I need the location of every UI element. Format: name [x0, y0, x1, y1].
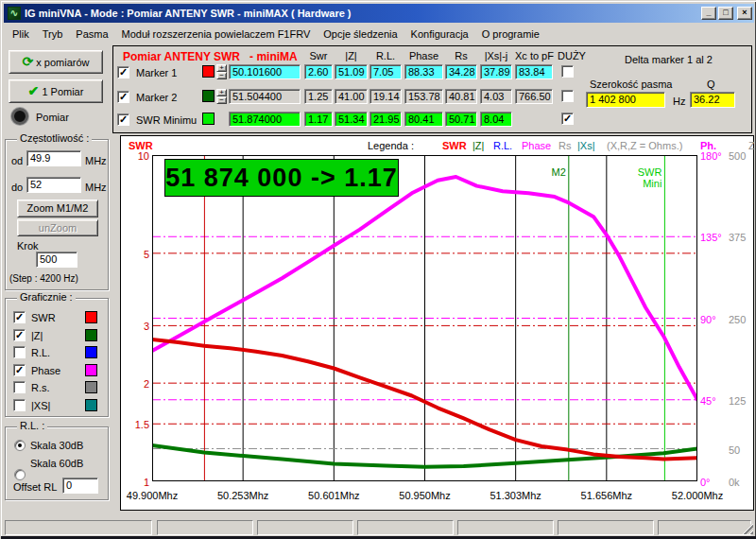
- trace-checkbox-R.s.[interactable]: [13, 381, 26, 393]
- offset-rl-label: Offset RL: [13, 481, 57, 493]
- status-segment-4: [357, 520, 454, 535]
- marker-row-checkbox-1[interactable]: ✓: [117, 66, 129, 78]
- menu-item-4[interactable]: Moduł rozszerzenia powielaczem F1FRV: [115, 26, 318, 42]
- marker-spinner-1[interactable]: +−: [216, 64, 227, 79]
- duzy-checkbox-1[interactable]: [561, 65, 574, 78]
- marker-row-label-1: Marker 1: [136, 67, 177, 78]
- bandwidth-value: 1 402 800: [586, 92, 665, 108]
- status-segment-3: [257, 520, 353, 535]
- spinner-down-icon[interactable]: −: [216, 72, 227, 79]
- rl-group-title: R.L. :: [17, 420, 47, 431]
- marker-row-checkbox-3[interactable]: ✓: [117, 113, 129, 126]
- marker-panel: Pomiar ANTENY SWR - miniMA Swr|Z|R.L.Pha…: [112, 45, 752, 133]
- trace-color-Phase: [85, 364, 97, 376]
- trace-color-|Z|: [85, 329, 97, 341]
- legend-item-7: (X,R,Z = Ohms.): [607, 140, 682, 151]
- column-header-Swr: Swr: [304, 50, 333, 61]
- trace-label-SWR: SWR: [31, 312, 56, 323]
- minimize-button[interactable]: _: [701, 7, 716, 20]
- marker-frequency-3[interactable]: 51.874000: [229, 112, 301, 127]
- marker-value-2-Swr: 1.25: [304, 89, 333, 104]
- marker-row-checkbox-2[interactable]: ✓: [117, 91, 129, 103]
- legend-title: Legenda :: [368, 140, 414, 151]
- measure-title-suffix: - miniMA: [249, 50, 298, 63]
- legend-item-3: R.L.: [493, 140, 512, 151]
- menu-item-2[interactable]: Tryb: [36, 26, 70, 42]
- column-header-|Xs|-j: |Xs|-j: [480, 50, 512, 61]
- close-button[interactable]: ×: [737, 7, 752, 20]
- trace-checkbox-SWR[interactable]: ✓: [13, 311, 26, 323]
- marker-frequency-2[interactable]: 51.504400: [229, 89, 301, 104]
- marker-frequency-1[interactable]: 50.101600: [229, 64, 301, 79]
- marker-value-1-Rs: 34.28: [445, 64, 477, 79]
- multi-measure-button[interactable]: ⟳ x pomiarów: [9, 50, 103, 74]
- freq-to-input[interactable]: 52: [26, 177, 81, 193]
- marker-value-2-Phase: 153.78: [404, 89, 443, 104]
- trace-checkbox-|XS|[interactable]: [13, 399, 26, 411]
- zoom-m1-m2-button[interactable]: Zoom M1/M2: [17, 200, 98, 217]
- z-tick-50: 50: [729, 444, 740, 456]
- app-icon: ∿: [8, 7, 21, 20]
- trace-label-|XS|: |XS|: [31, 400, 50, 411]
- rl-scale-label-2: Skala 60dB: [30, 458, 83, 469]
- step-input[interactable]: 500: [36, 252, 77, 268]
- menu-item-3[interactable]: Pasma: [69, 26, 114, 42]
- menu-bar: PlikTrybPasmaModuł rozszerzenia powielac…: [4, 24, 754, 43]
- x-tick-3: 50.601Mhz: [299, 490, 369, 501]
- column-header-Phase: Phase: [404, 50, 443, 61]
- freq-from-input[interactable]: 49.9: [26, 150, 81, 166]
- frequency-group-title: Częstotliwość :: [17, 132, 92, 144]
- phase-tick-180°: 180°: [700, 150, 722, 162]
- rl-scale-radio-1[interactable]: [14, 440, 26, 451]
- phase-tick-135°: 135°: [700, 232, 722, 243]
- step-info: (Step : 4200 Hz): [9, 273, 78, 284]
- spinner-down-icon[interactable]: −: [216, 96, 227, 104]
- z-tick-125: 125: [729, 395, 746, 407]
- marker-color-1: [202, 65, 215, 78]
- x-tick-4: 50.950Mhz: [390, 490, 460, 501]
- rl-scale-label-1: Skala 30dB: [30, 440, 83, 451]
- status-segment-1: [5, 520, 152, 535]
- legend-item-6: |Xs|: [577, 140, 595, 151]
- z-tick-0k: 0k: [729, 477, 740, 488]
- trace-color-R.s.: [85, 381, 97, 393]
- offset-rl-input[interactable]: 0: [62, 478, 98, 494]
- title-bar[interactable]: ∿ IG miniVNA - Mode : Pomiar ANTENY SWR …: [4, 4, 754, 23]
- duzy-checkbox-2[interactable]: [561, 90, 574, 102]
- check-icon: ✔: [28, 83, 40, 98]
- legend-item-2: |Z|: [472, 140, 484, 151]
- z-tick-500: 500: [729, 150, 746, 162]
- rl-scale-radio-2[interactable]: [14, 469, 26, 480]
- marker-spinner-2[interactable]: +−: [216, 89, 227, 104]
- marker-value-3-|Xs|-j: 8.04: [480, 112, 512, 127]
- menu-item-7[interactable]: O programie: [475, 26, 546, 42]
- menu-item-6[interactable]: Konfiguracja: [404, 26, 475, 42]
- trace-checkbox-R.L.[interactable]: [13, 346, 26, 358]
- trace-label-R.L.: R.L.: [31, 347, 50, 358]
- maximize-button[interactable]: □: [718, 7, 733, 20]
- delta-marker-title: Delta marker 1 al 2: [591, 54, 747, 65]
- trace-color-SWR: [85, 311, 97, 323]
- q-value: 36.22: [690, 92, 735, 108]
- marker-line-label-SWR-Mini-1: Mini: [612, 178, 662, 189]
- unzoom-button[interactable]: unZoom: [17, 219, 98, 236]
- trace-checkbox-Phase[interactable]: ✓: [13, 364, 26, 376]
- trace-checkbox-|Z|[interactable]: ✓: [13, 329, 26, 341]
- phase-tick-90°: 90°: [700, 314, 716, 325]
- freq-from-unit: MHz: [85, 155, 107, 166]
- marker-line-label-M2-0: M2: [517, 166, 566, 178]
- z-axis-title: Z: [748, 140, 755, 151]
- marker-value-2-|Xs|-j: 4.03: [480, 89, 512, 104]
- marker-color-3: [202, 113, 215, 125]
- legend-item-5: Rs: [558, 140, 571, 151]
- x-tick-5: 51.303Mhz: [481, 490, 551, 501]
- marker-value-3-Phase: 80.41: [404, 112, 443, 127]
- menu-item-1[interactable]: Plik: [6, 26, 36, 42]
- marker-value-3-Swr: 1.17: [304, 112, 333, 127]
- single-measure-button[interactable]: ✔ 1 Pomiar: [9, 79, 103, 103]
- duzy-checkbox-3[interactable]: ✓: [561, 113, 574, 125]
- status-segment-5: [457, 520, 554, 535]
- menu-item-5[interactable]: Opcje śledzenia: [317, 26, 404, 42]
- plot-area[interactable]: [152, 155, 697, 481]
- column-header-|Z|: |Z|: [335, 50, 368, 61]
